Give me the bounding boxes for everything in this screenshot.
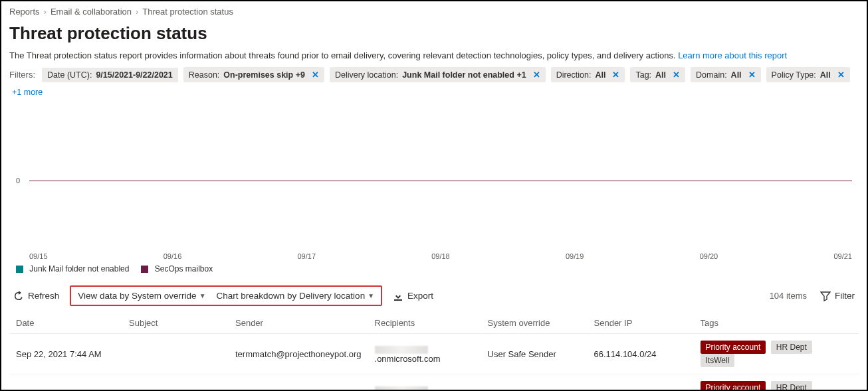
breadcrumb-item-email-collab[interactable]: Email & collaboration xyxy=(51,7,132,17)
filter-key: Delivery location: xyxy=(335,70,398,80)
redacted-text xyxy=(375,346,428,354)
filter-button[interactable]: Filter xyxy=(816,288,859,304)
filter-value: All xyxy=(595,70,605,80)
legend-swatch-icon xyxy=(16,266,23,273)
cell-sender-ip: 66.114.104.0/24 xyxy=(588,374,694,392)
chart-breakdown-label: Chart breakdown by Delivery location xyxy=(217,291,366,301)
chart-xtick: 09/18 xyxy=(431,252,450,260)
cell-date: Sep 22, 2021 7:44 AM xyxy=(9,334,122,374)
filter-value: All xyxy=(655,70,666,80)
chevron-right-icon: › xyxy=(44,7,47,17)
chart-xtick: 09/21 xyxy=(833,252,852,260)
col-sender-ip[interactable]: Sender IP xyxy=(588,313,694,334)
tag-itswell[interactable]: ItsWell xyxy=(701,354,735,367)
filter-key: Policy Type: xyxy=(772,70,816,80)
filters-more-link[interactable]: +1 more xyxy=(12,88,43,97)
highlighted-controls: View data by System override ▼ Chart bre… xyxy=(70,285,382,306)
page-description: The Threat protection status report prov… xyxy=(9,50,859,60)
filter-pill-domain[interactable]: Domain: All ✕ xyxy=(691,67,761,82)
view-data-by-dropdown[interactable]: View data by System override ▼ xyxy=(72,288,211,303)
legend-swatch-icon xyxy=(141,266,148,273)
cell-system-override: User Safe Sender xyxy=(481,374,588,392)
breadcrumb: Reports › Email & collaboration › Threat… xyxy=(1,1,867,19)
results-table: Date Subject Sender Recipients System ov… xyxy=(9,313,859,391)
filter-pill-date[interactable]: Date (UTC): 9/15/2021-9/22/2021 xyxy=(42,68,178,82)
download-icon xyxy=(393,291,403,301)
export-label: Export xyxy=(407,291,433,301)
tag-priority-account[interactable]: Priority account xyxy=(701,381,766,391)
close-icon[interactable]: ✕ xyxy=(533,70,540,80)
filter-key: Reason: xyxy=(189,70,220,80)
chart-legend: Junk Mail folder not enabled SecOps mail… xyxy=(16,264,859,274)
filter-key: Direction: xyxy=(556,70,592,80)
close-icon[interactable]: ✕ xyxy=(837,70,845,80)
chart-xaxis: 09/15 09/16 09/17 09/18 09/19 09/20 09/2… xyxy=(29,252,852,260)
close-icon[interactable]: ✕ xyxy=(748,70,756,80)
cell-sender-ip: 66.114.104.0/24 xyxy=(588,334,694,374)
filter-pill-direction[interactable]: Direction: All ✕ xyxy=(551,67,625,82)
breadcrumb-item-reports[interactable]: Reports xyxy=(9,7,40,17)
chevron-down-icon: ▼ xyxy=(368,292,374,299)
col-sender[interactable]: Sender xyxy=(229,313,368,334)
chevron-down-icon: ▼ xyxy=(199,292,206,299)
chart-xtick: 09/20 xyxy=(700,252,718,260)
legend-item[interactable]: Junk Mail folder not enabled xyxy=(16,264,129,274)
filter-icon xyxy=(820,291,831,301)
tag-hr-dept[interactable]: HR Dept xyxy=(771,341,812,354)
filter-pill-delivery-location[interactable]: Delivery location: Junk Mail folder not … xyxy=(330,67,546,82)
col-subject[interactable]: Subject xyxy=(122,313,229,334)
tag-priority-account[interactable]: Priority account xyxy=(701,341,766,354)
filter-label: Filter xyxy=(835,291,855,301)
recipient-suffix: .onmicrosoft.com xyxy=(375,354,441,364)
refresh-label: Refresh xyxy=(28,291,59,301)
chart-series-line xyxy=(29,181,852,181)
breadcrumb-item-current: Threat protection status xyxy=(142,7,233,17)
chart-xtick: 09/19 xyxy=(566,252,584,260)
filter-pill-tag[interactable]: Tag: All ✕ xyxy=(630,67,685,82)
refresh-icon xyxy=(13,291,24,301)
legend-label: Junk Mail folder not enabled xyxy=(29,264,129,274)
cell-recipients: .onmicrosoft.com xyxy=(368,374,481,392)
filters-label: Filters: xyxy=(9,70,35,80)
cell-recipients: .onmicrosoft.com xyxy=(368,334,481,374)
filter-pill-reason[interactable]: Reason: On-premises skip +9 ✕ xyxy=(183,67,324,82)
cell-sender: termmatch@projecthoneypot.org xyxy=(229,374,368,392)
chart-xtick: 09/15 xyxy=(29,252,48,260)
chart-breakdown-dropdown[interactable]: Chart breakdown by Delivery location ▼ xyxy=(211,288,380,303)
table-row[interactable]: Sep 22, 2021 6:58 AM termmatch@projectho… xyxy=(9,374,859,392)
filter-key: Date (UTC): xyxy=(47,70,92,80)
close-icon[interactable]: ✕ xyxy=(612,70,619,80)
redacted-text xyxy=(375,386,428,391)
filter-value: Junk Mail folder not enabled +1 xyxy=(402,70,526,80)
legend-item[interactable]: SecOps mailbox xyxy=(141,264,213,274)
filter-value: All xyxy=(820,70,831,80)
filter-key: Domain: xyxy=(696,70,727,80)
col-system-override[interactable]: System override xyxy=(481,313,588,334)
cell-tags: Priority account HR Dept ItsWell xyxy=(694,334,859,374)
export-button[interactable]: Export xyxy=(389,288,437,304)
chart-ytick: 0 xyxy=(16,177,20,185)
filter-value: All xyxy=(731,70,742,80)
table-row[interactable]: Sep 22, 2021 7:44 AM termmatch@projectho… xyxy=(9,334,859,374)
filter-pill-policy-type[interactable]: Policy Type: All ✕ xyxy=(766,67,850,82)
chart-xtick: 09/17 xyxy=(297,252,316,260)
learn-more-link[interactable]: Learn more about this report xyxy=(678,50,787,60)
cell-sender: termmatch@projecthoneypot.org xyxy=(229,334,368,374)
col-date[interactable]: Date xyxy=(9,313,122,334)
tag-hr-dept[interactable]: HR Dept xyxy=(771,381,812,391)
cell-subject xyxy=(122,334,229,374)
close-icon[interactable]: ✕ xyxy=(673,70,680,80)
chart-xtick: 09/16 xyxy=(163,252,182,260)
col-tags[interactable]: Tags xyxy=(694,313,859,334)
cell-tags: Priority account HR Dept ItsWell xyxy=(694,374,859,392)
table-toolbar: Refresh View data by System override ▼ C… xyxy=(9,285,859,306)
filter-value: 9/15/2021-9/22/2021 xyxy=(96,70,172,80)
table-header-row: Date Subject Sender Recipients System ov… xyxy=(9,313,859,334)
filter-value: On-premises skip +9 xyxy=(223,70,305,80)
col-recipients[interactable]: Recipients xyxy=(368,313,481,334)
close-icon[interactable]: ✕ xyxy=(312,70,319,80)
description-text: The Threat protection status report prov… xyxy=(9,50,676,60)
cell-subject xyxy=(122,374,229,392)
refresh-button[interactable]: Refresh xyxy=(9,288,63,304)
items-count: 104 items xyxy=(770,291,807,301)
